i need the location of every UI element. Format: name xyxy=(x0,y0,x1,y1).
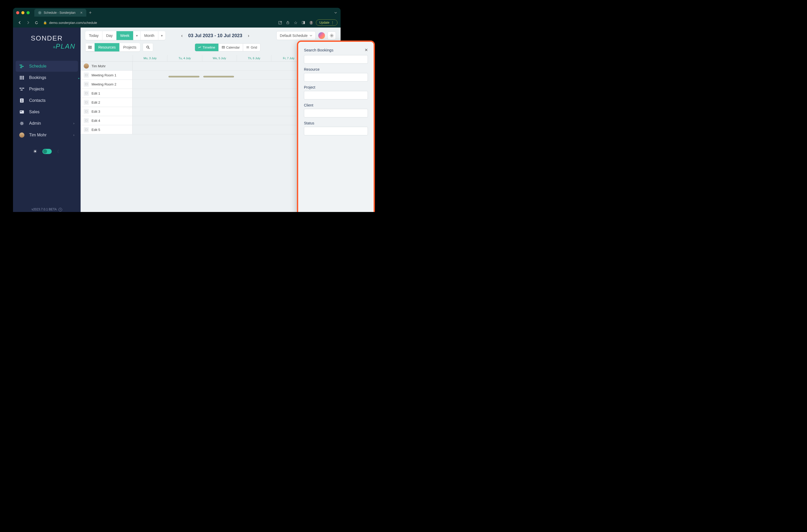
day-button[interactable]: Day xyxy=(103,31,116,40)
svg-rect-19 xyxy=(19,88,22,89)
week-dropdown-caret[interactable]: ▾ xyxy=(133,31,141,40)
svg-point-27 xyxy=(331,35,332,36)
search-bookings-panel: Search Bookings ✕ Resource Project Clien… xyxy=(297,40,375,212)
calendar-view-button[interactable]: Calendar xyxy=(219,44,243,51)
moon-icon[interactable]: ☾ xyxy=(57,149,60,154)
resource-icon xyxy=(84,81,89,87)
resource-cell[interactable]: Edit 4 xyxy=(80,116,133,125)
color-picker-button[interactable] xyxy=(318,32,325,39)
search-panel-title: Search Bookings xyxy=(304,48,333,52)
sidebar-item-sales[interactable]: Sales xyxy=(16,107,78,117)
today-button[interactable]: Today xyxy=(85,31,103,40)
tab-favicon xyxy=(38,11,42,15)
back-button[interactable] xyxy=(16,19,23,26)
booking-item[interactable]: General Staff xyxy=(203,76,234,77)
svg-rect-16 xyxy=(20,78,21,79)
booking-item[interactable]: Teaching Staff xyxy=(168,76,199,77)
close-window-button[interactable] xyxy=(16,11,19,14)
tab-overflow-icon[interactable] xyxy=(334,11,337,15)
week-button[interactable]: Week xyxy=(116,31,133,40)
plan-motion-icon: ≡ xyxy=(53,45,55,50)
range-button-group: Today Day Week ▾ Month ▾ xyxy=(85,31,165,40)
svg-rect-25 xyxy=(20,111,22,112)
extensions-icon[interactable] xyxy=(300,21,307,24)
resource-icon xyxy=(84,100,89,105)
day-header: Mo, 3 July xyxy=(133,55,167,61)
resource-cell[interactable]: Edit 5 xyxy=(80,125,133,134)
date-navigator: ‹ 03 Jul 2023 - 10 Jul 2023 › xyxy=(179,33,252,39)
client-input[interactable] xyxy=(304,109,368,117)
app-container: SONDER ≡PLAN « Schedule Bookings Project… xyxy=(13,27,341,212)
svg-point-32 xyxy=(90,47,91,48)
sidebar-item-contacts[interactable]: Contacts xyxy=(16,95,78,106)
tab-title: Schedule - Sonderplan xyxy=(44,11,75,15)
sidebar-item-user[interactable]: Tim Mohr › xyxy=(16,129,78,141)
maximize-window-button[interactable] xyxy=(26,11,30,14)
resource-cell[interactable]: Meeting Room 1 xyxy=(80,71,133,79)
schedule-select[interactable]: Default Schedule xyxy=(276,31,316,40)
month-dropdown-caret[interactable]: ▾ xyxy=(158,31,165,40)
close-icon[interactable]: ✕ xyxy=(365,48,368,53)
svg-rect-45 xyxy=(85,93,87,94)
sidebar-item-bookings[interactable]: Bookings xyxy=(16,72,78,83)
logo-part2: PLAN xyxy=(56,42,75,51)
new-tab-button[interactable]: + xyxy=(89,10,92,16)
next-date-button[interactable]: › xyxy=(245,33,252,39)
traffic-lights xyxy=(16,11,30,14)
reload-button[interactable] xyxy=(33,19,40,26)
resource-cell[interactable]: Meeting Room 2 xyxy=(80,80,133,89)
contacts-icon xyxy=(19,98,24,102)
sidebar-item-schedule[interactable]: Schedule xyxy=(16,61,78,72)
theme-switch[interactable] xyxy=(42,149,52,154)
projects-tab[interactable]: Projects xyxy=(120,43,140,52)
address-bar[interactable]: 🔒 demo.sonderplan.com/schedule xyxy=(43,21,274,25)
sales-icon xyxy=(19,110,24,114)
minimize-window-button[interactable] xyxy=(21,11,24,14)
grid-view-button[interactable]: Grid xyxy=(243,44,260,51)
resource-name: Edit 2 xyxy=(92,100,100,104)
timeline-view-button[interactable]: Timeline xyxy=(195,44,219,51)
update-button[interactable]: Update ⋮ xyxy=(316,19,337,26)
resource-cell[interactable]: Edit 1 xyxy=(80,89,133,98)
status-input[interactable] xyxy=(304,127,368,135)
sidebar-item-projects[interactable]: Projects xyxy=(16,84,78,95)
profile-icon[interactable] xyxy=(308,20,314,25)
svg-rect-43 xyxy=(85,74,87,76)
lock-icon: 🔒 xyxy=(43,21,47,24)
star-icon[interactable]: ☆ xyxy=(293,20,299,25)
external-link-icon[interactable] xyxy=(277,21,283,25)
share-icon[interactable] xyxy=(285,21,291,24)
sidebar-item-label: Tim Mohr xyxy=(29,133,47,137)
bookings-icon xyxy=(19,76,24,79)
filter-icon-button[interactable] xyxy=(85,43,95,52)
search-button[interactable] xyxy=(143,43,153,52)
resource-cell[interactable]: Tim Mohr xyxy=(80,61,133,70)
resource-cell[interactable]: Edit 3 xyxy=(80,107,133,116)
sun-icon[interactable]: ☀ xyxy=(33,149,37,154)
month-button[interactable]: Month xyxy=(141,31,158,40)
svg-rect-9 xyxy=(20,67,22,68)
sidebar-item-label: Projects xyxy=(29,87,44,92)
browser-tab[interactable]: Schedule - Sonderplan ✕ xyxy=(34,9,86,17)
forward-button[interactable] xyxy=(24,19,32,26)
resource-icon xyxy=(84,118,89,123)
content-toolbar: Today Day Week ▾ Month ▾ ‹ 03 Jul 2023 -… xyxy=(80,27,341,42)
project-input[interactable] xyxy=(304,91,368,99)
sidebar-item-label: Contacts xyxy=(29,98,45,103)
tab-close-icon[interactable]: ✕ xyxy=(80,11,83,15)
prev-date-button[interactable]: ‹ xyxy=(179,33,185,39)
search-bookings-input[interactable] xyxy=(304,55,368,64)
settings-button[interactable] xyxy=(328,32,336,40)
schedule-select-label: Default Schedule xyxy=(280,34,308,38)
help-icon[interactable]: ? xyxy=(58,208,62,211)
toolbar-right: ☆ Update ⋮ xyxy=(277,19,337,26)
svg-rect-14 xyxy=(21,77,22,78)
resource-input[interactable] xyxy=(304,73,368,81)
resources-tab[interactable]: Resources xyxy=(95,43,120,52)
logo-part1: SONDER xyxy=(31,34,63,42)
sidebar-item-admin[interactable]: Admin › xyxy=(16,118,78,129)
resource-cell[interactable]: Edit 2 xyxy=(80,98,133,107)
logo: SONDER ≡PLAN xyxy=(13,27,80,61)
browser-toolbar: 🔒 demo.sonderplan.com/schedule ☆ Update … xyxy=(13,18,341,27)
svg-rect-46 xyxy=(85,101,87,103)
